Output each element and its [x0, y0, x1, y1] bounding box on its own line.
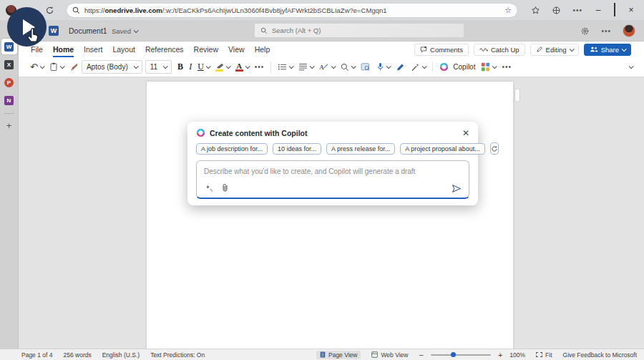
copilot-prompt-input[interactable]: Describe what you'd like to create, and …	[196, 160, 469, 199]
pencil-icon	[536, 46, 543, 53]
picture-search-button[interactable]	[358, 60, 374, 74]
suggestion-pill[interactable]: A project proposal about...	[400, 143, 485, 155]
bullet-list-button[interactable]	[275, 60, 296, 74]
more-font-options-button[interactable]: •••	[252, 60, 268, 74]
magic-wand-button[interactable]	[408, 60, 429, 74]
tab-review[interactable]: Review	[189, 42, 223, 57]
add-favorite-icon[interactable]: ☆	[504, 6, 512, 15]
text-predictions-toggle[interactable]: Text Predictions: On	[150, 351, 205, 359]
suggestion-pill[interactable]: A press release for...	[326, 143, 395, 155]
more-options-icon[interactable]: •••	[601, 27, 611, 35]
send-button[interactable]	[452, 184, 462, 193]
tab-layout[interactable]: Layout	[107, 42, 140, 57]
play-overlay-button[interactable]	[7, 7, 47, 47]
powerpoint-icon: P	[4, 78, 14, 87]
vertical-scrollbar[interactable]	[514, 88, 520, 102]
bold-button[interactable]: B	[175, 60, 186, 74]
tab-home[interactable]: Home	[48, 42, 79, 57]
suggestion-pill[interactable]: 10 ideas for...	[273, 143, 321, 155]
tab-help[interactable]: Help	[250, 42, 275, 57]
tab-insert[interactable]: Insert	[79, 42, 107, 57]
save-status[interactable]: Saved	[112, 27, 137, 35]
chevron-down-icon	[60, 64, 65, 69]
office-app-sidebar: W X P N +	[0, 20, 19, 349]
chevron-down-icon	[351, 64, 356, 69]
sidebar-item-powerpoint[interactable]: P	[1, 74, 17, 90]
browser-menu-icon[interactable]: •••	[572, 6, 582, 14]
language-selector[interactable]: English (U.S.)	[102, 351, 140, 359]
word-icon: W	[4, 42, 14, 52]
italic-button[interactable]: I	[186, 60, 195, 74]
copilot-dialog: Create content with Copilot ✕ A job desc…	[187, 122, 478, 205]
underline-button[interactable]: U	[195, 60, 213, 74]
zoom-slider-handle[interactable]	[451, 352, 456, 357]
refresh-suggestions-button[interactable]	[490, 142, 499, 155]
pen-icon	[396, 63, 405, 72]
highlighter-icon	[215, 63, 224, 69]
chevron-down-icon	[225, 64, 230, 69]
page-indicator[interactable]: Page 1 of 4	[21, 351, 52, 359]
word-count[interactable]: 256 words	[63, 351, 91, 359]
attachment-icon[interactable]	[221, 183, 229, 193]
zoom-level[interactable]: 100%	[509, 351, 525, 359]
highlight-color-button[interactable]	[213, 60, 233, 74]
find-button[interactable]	[338, 60, 358, 74]
styles-button[interactable]: A	[316, 60, 338, 74]
chevron-down-icon	[422, 64, 427, 69]
word-logo-icon[interactable]: W	[49, 26, 59, 36]
tab-references[interactable]: References	[140, 42, 189, 57]
sidebar-item-onenote[interactable]: N	[1, 92, 17, 108]
dictate-button[interactable]	[374, 60, 393, 74]
comments-button[interactable]: Comments	[414, 44, 469, 56]
close-button[interactable]: ×	[627, 5, 635, 15]
font-name-select[interactable]: Aptos (Body)	[82, 60, 142, 74]
address-bar[interactable]: https://onedrive.live.com/:w:/t/EaCKkPs6…	[67, 4, 517, 17]
align-button[interactable]	[296, 60, 316, 74]
copilot-icon	[196, 128, 205, 137]
sparkle-icon[interactable]	[205, 184, 213, 193]
minimize-button[interactable]: –	[594, 5, 602, 15]
page-view-button[interactable]: Page View	[316, 351, 361, 359]
reload-icon[interactable]	[44, 4, 55, 16]
dialog-title: Create content with Copilot	[210, 129, 308, 137]
add-app-button[interactable]: +	[1, 117, 17, 133]
search-input[interactable]	[272, 26, 415, 34]
fit-button[interactable]: Fit	[532, 351, 555, 359]
ribbon-tab-bar: File Home Insert Layout References Revie…	[19, 42, 644, 57]
paste-button[interactable]	[47, 60, 67, 74]
suggestion-pill[interactable]: A job description for...	[196, 143, 268, 155]
favorites-icon[interactable]	[531, 6, 540, 15]
zoom-out-button[interactable]: −	[419, 351, 423, 359]
close-icon[interactable]: ✕	[462, 129, 469, 137]
font-size-select[interactable]: 11	[145, 60, 172, 74]
format-painter-button[interactable]	[67, 60, 82, 74]
picture-search-icon	[361, 63, 371, 72]
undo-button[interactable]: ↶	[27, 60, 47, 74]
gear-icon[interactable]	[580, 26, 590, 36]
catch-up-button[interactable]: Catch Up	[474, 44, 525, 56]
plus-icon: +	[6, 120, 12, 131]
more-toolbar-button[interactable]: •••	[499, 60, 514, 74]
wand-icon	[411, 63, 420, 72]
tab-view[interactable]: View	[223, 42, 250, 57]
font-color-button[interactable]: A	[233, 60, 252, 74]
editing-mode-button[interactable]: Editing	[530, 44, 579, 56]
user-avatar[interactable]	[623, 24, 635, 37]
chevron-down-icon	[331, 64, 336, 69]
collapse-ribbon-button[interactable]	[626, 60, 635, 74]
feedback-link[interactable]: Give Feedback to Microsoft	[563, 351, 637, 359]
url-text: https://onedrive.live.com/:w:/t/EaCKkPs6…	[84, 6, 504, 14]
search-box[interactable]	[255, 24, 464, 37]
maximize-button[interactable]	[614, 4, 615, 16]
zoom-in-button[interactable]: +	[498, 351, 502, 359]
sidebar-item-excel[interactable]: X	[1, 57, 17, 72]
web-view-button[interactable]: Web View	[368, 351, 411, 359]
share-button[interactable]: Share	[584, 44, 631, 56]
bullet-list-icon	[278, 63, 287, 71]
document-title[interactable]: Document1	[69, 26, 107, 35]
editor-pen-button[interactable]	[393, 60, 408, 74]
copilot-button[interactable]: Copilot	[436, 60, 478, 74]
zoom-slider[interactable]	[431, 354, 491, 356]
extensions-icon[interactable]	[552, 6, 561, 15]
addins-button[interactable]	[478, 60, 499, 74]
